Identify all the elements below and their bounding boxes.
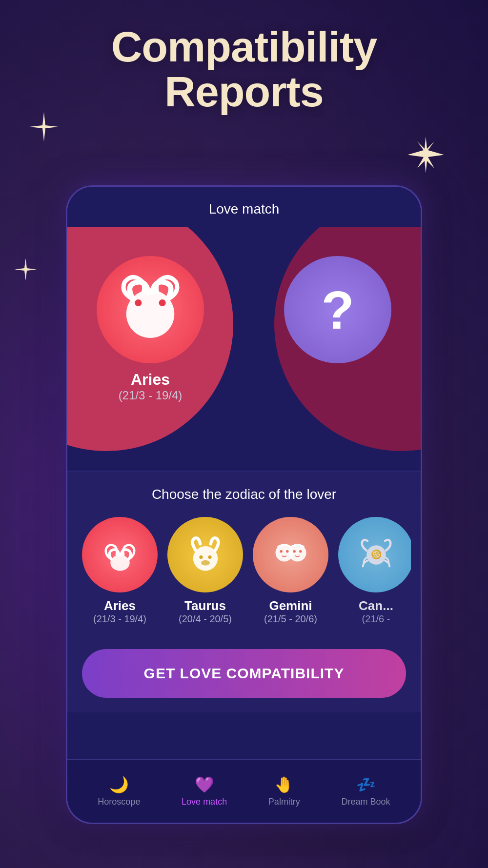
sparkle-decoration-3	[15, 258, 37, 285]
love-match-icon: 💜	[195, 775, 214, 794]
nav-item-dream-book[interactable]: 💤 Dream Book	[342, 775, 390, 807]
aries-option-name: Aries	[82, 598, 158, 613]
dream-book-icon: 💤	[356, 775, 376, 794]
page-title: Compatibility Reports	[0, 24, 488, 115]
get-love-compatibility-button[interactable]: GET LOVE COMPATIBILITY	[82, 649, 406, 698]
horoscope-icon: 🌙	[109, 775, 129, 794]
sparkle-decoration-2	[407, 137, 444, 180]
aries-icon	[107, 267, 193, 353]
zodiac-display: Aries (21/3 - 19/4) ?	[67, 227, 421, 471]
gemini-option-name: Gemini	[253, 598, 328, 613]
horoscope-nav-label: Horoscope	[98, 797, 140, 807]
cancer-option-dates: (21/6 -	[338, 613, 411, 625]
love-match-nav-label: Love match	[182, 797, 227, 807]
aries-circle	[97, 256, 204, 363]
svg-point-13	[299, 550, 302, 552]
dream-book-nav-label: Dream Book	[342, 797, 390, 807]
svg-point-3	[110, 555, 130, 571]
svg-point-10	[280, 550, 282, 552]
choose-zodiac-section: Choose the zodiac of the lover Aries	[67, 472, 421, 639]
cancer-small-circle: ♋	[338, 517, 411, 592]
choose-title: Choose the zodiac of the lover	[77, 487, 411, 502]
zodiac-grid: Aries (21/3 - 19/4)	[77, 517, 411, 625]
gemini-small-icon	[269, 533, 313, 577]
cancer-small-icon: ♋	[354, 533, 398, 577]
nav-item-love-match[interactable]: 💜 Love match	[182, 775, 227, 807]
bottom-navigation: 🌙 Horoscope 💜 Love match 🤚 Palmitry 💤 Dr…	[67, 759, 421, 823]
svg-point-7	[201, 560, 210, 565]
zodiac-option-aries[interactable]: Aries (21/3 - 19/4)	[82, 517, 158, 625]
taurus-option-dates: (20/4 - 20/5)	[167, 613, 243, 625]
svg-point-6	[208, 555, 211, 558]
selected-zodiac-right: ?	[284, 256, 391, 371]
svg-point-5	[199, 555, 203, 558]
svg-point-12	[293, 550, 295, 552]
unknown-circle[interactable]: ?	[284, 256, 391, 363]
svg-text:♋: ♋	[371, 549, 382, 560]
zodiac-option-taurus[interactable]: Taurus (20/4 - 20/5)	[167, 517, 243, 625]
zodiac-option-gemini[interactable]: Gemini (21/5 - 20/6)	[253, 517, 328, 625]
aries-dates: (21/3 - 19/4)	[97, 389, 204, 402]
svg-point-1	[135, 299, 142, 306]
page-header: Compatibility Reports	[0, 0, 488, 124]
gemini-small-circle	[253, 517, 328, 592]
taurus-option-name: Taurus	[167, 598, 243, 613]
palmitry-nav-label: Palmitry	[268, 797, 300, 807]
palmitry-icon: 🤚	[274, 775, 294, 794]
nav-item-palmitry[interactable]: 🤚 Palmitry	[268, 775, 300, 807]
zodiac-option-cancer[interactable]: ♋ Can... (21/6 -	[338, 517, 411, 625]
selected-zodiac-left: Aries (21/3 - 19/4)	[97, 256, 204, 402]
aries-option-dates: (21/3 - 19/4)	[82, 613, 158, 625]
question-mark: ?	[321, 279, 354, 341]
love-match-header: Love match	[67, 187, 421, 217]
gemini-option-dates: (21/5 - 20/6)	[253, 613, 328, 625]
phone-mockup: Love match	[66, 185, 422, 824]
cta-section: GET LOVE COMPATIBILITY	[67, 639, 421, 712]
love-match-title: Love match	[77, 201, 411, 217]
cancer-option-name: Can...	[338, 598, 411, 613]
svg-point-11	[286, 550, 288, 552]
taurus-small-icon	[183, 533, 227, 577]
aries-small-icon	[98, 533, 142, 577]
aries-name: Aries	[97, 371, 204, 389]
nav-item-horoscope[interactable]: 🌙 Horoscope	[98, 775, 140, 807]
svg-point-2	[159, 299, 166, 306]
taurus-small-circle	[167, 517, 243, 592]
aries-small-circle	[82, 517, 158, 592]
